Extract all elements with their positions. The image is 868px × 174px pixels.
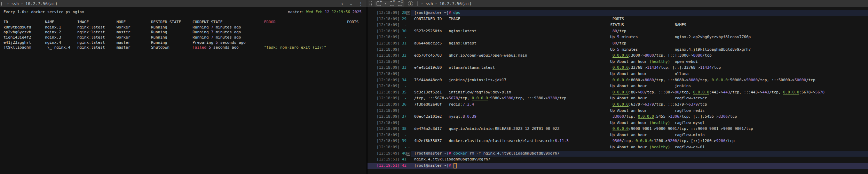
fold-guide-line [408, 53, 408, 59]
fold-guide-line [408, 114, 408, 120]
terminal-line: [12:18:09]-Up About an hourollama [368, 71, 868, 77]
chevron-right-icon[interactable]: › [341, 1, 344, 6]
line-number: - [392, 96, 407, 100]
text-run: 0.0.0.0:8080->8080/tcp, :::8080->8080/tc… [613, 78, 815, 82]
close-tab-icon[interactable]: ✕ [390, 1, 394, 6]
text-run: jt9kllioaghm [3, 45, 31, 49]
chevron-down-icon[interactable]: ⌄ [350, 1, 352, 6]
terminal-line: [12:18:09]367f3bed02e48fredis:7.2.40.0.0… [368, 102, 868, 108]
text-run: master [117, 45, 131, 49]
terminal-line: [12:18:09]-Up About an hourragflow-redis [368, 108, 868, 114]
text-run: a8644b8cc2c5 [414, 41, 442, 45]
terminal-line [0, 15, 366, 20]
line-number: 28 [392, 11, 407, 15]
right-terminal-pane: + ▾ ✕ ○ i ▸ ssh ▸ 10.2.7.56(ai) [12:18:0… [368, 0, 868, 174]
text-run: Running 7 minutes ago [192, 25, 241, 29]
line-number: 31 [392, 41, 407, 45]
text-run: NAMES [675, 23, 686, 27]
text-run: Up About an hour [610, 96, 647, 100]
line-number: 34 [392, 78, 407, 82]
text-run: nginx:latest [77, 41, 105, 44]
tab-bar-separator [417, 1, 418, 6]
new-tab-dropdown-icon[interactable]: ▾ [385, 2, 386, 5]
text-run: IMAGE [77, 20, 89, 24]
text-run: Running [151, 41, 167, 44]
terminal-line: Every 1.0s: docker service ps nginxmaste… [0, 9, 366, 15]
text-run: ed570fc45703 [414, 53, 442, 57]
terminal-line: [12:18:09]309527e25250fanginx:latest80/t… [368, 28, 868, 35]
terminal-line: [12:18:09]-Up About an hour (healthy)rag… [368, 120, 868, 126]
info-icon[interactable]: i [408, 1, 413, 6]
text-run: Up 5 minutes [610, 48, 638, 51]
line-number: - [392, 48, 407, 51]
text-run: 0.0.0.0:9000-9001->9000-9001/tcp, :::900… [613, 127, 753, 131]
text-run: /tcp, :::5678->5678/tcp, 0.0.0.0:9380->9… [414, 96, 566, 100]
text-run: redis:7.2.4 [449, 102, 474, 106]
text-run: 0.0.0.0:6379->6379/tcp, :::6379->6379/tc… [613, 102, 707, 106]
text-run: 75f44bd48ce0 [414, 78, 442, 82]
terminal-line: [12:18:09]-STATUSNAMES [368, 22, 868, 28]
fold-toggle-icon[interactable]: − [407, 152, 410, 156]
line-number: 29 [392, 17, 407, 21]
text-run: Running 7 minutes ago [192, 35, 241, 39]
drag-grip-icon[interactable] [369, 1, 372, 7]
fold-guide-line [408, 90, 408, 96]
terminal-line: [12:18:09]-Up About an hour (healthy)rag… [368, 144, 868, 151]
breadcrumb-host[interactable]: 10.2.7.56(ai) [25, 1, 58, 6]
line-number: - [392, 72, 407, 76]
fold-guide-line [408, 102, 408, 108]
terminal-line: [12:18:09]3475f44bd48ce0jenkins/jenkins:… [368, 77, 868, 84]
text-run: tign143ie4f2 [3, 35, 31, 39]
text-run: Up 5 minutes [610, 35, 638, 39]
text-run: nginx.3 [45, 35, 61, 39]
line-number: 40 [392, 151, 407, 155]
detach-tab-icon[interactable]: ○ [398, 1, 402, 6]
line-number: - [392, 60, 407, 64]
breadcrumb-host[interactable]: 10.2.7.56(ai) [440, 1, 472, 6]
text-run: CONTAINER ID [414, 17, 442, 21]
fold-guide-line [408, 34, 408, 41]
text-run: nginx:latest [77, 25, 105, 29]
text-run: Up About an hour [610, 72, 647, 76]
text-run: e41j23zgghrt [3, 41, 31, 44]
new-tab-icon[interactable]: + [377, 1, 381, 6]
fold-guide-line [408, 65, 408, 71]
terminal-line: tign143ie4f2nginx.3nginx:latestworkerRun… [0, 35, 366, 40]
text-run: ap2vbg6yczvb [3, 30, 31, 34]
breadcrumb-arrow-icon: ▸ [435, 2, 437, 5]
line-number: 30 [392, 29, 407, 33]
pane-grip-handle[interactable] [1, 2, 2, 6]
text-run: CURRENT STATE [192, 20, 222, 24]
text-run: 9527e25250fa [414, 29, 442, 33]
text-run: infiniflow/ragflow:dev-slim [449, 90, 511, 94]
breadcrumb-protocol[interactable]: ssh [11, 1, 19, 6]
text-run: ragflow-minio [675, 133, 705, 137]
text-run: ID [3, 20, 8, 24]
breadcrumb-protocol[interactable]: ssh [426, 1, 433, 6]
text-run: ollama [675, 72, 689, 76]
terminal-line: [12:18:09]-Up 5 minutesnginx.4.jt9kllioa… [368, 47, 868, 53]
more-menu-icon[interactable]: ⋮ [358, 1, 363, 6]
text-run: NODE [117, 20, 126, 24]
fold-guide-line [408, 47, 408, 53]
text-run: ragflow-redis [675, 109, 705, 113]
fold-guide-line [408, 83, 408, 90]
text-run: ollama/ollama:latest [449, 66, 495, 69]
tab-actions: + ▾ ✕ ○ [374, 1, 404, 7]
line-number: 32 [392, 53, 407, 57]
fold-guide-line [408, 77, 408, 84]
fold-toggle-icon[interactable]: − [407, 11, 410, 15]
left-tab-bar: ▸ ssh ▸ 10.2.7.56(ai) › ⌄ ⋮ [0, 0, 366, 7]
text-run: 0.0.0.0:3000->8080/tcp, [::]:3000->8080/… [613, 53, 712, 57]
terminal-line: [12:18:09]-Up About an hourragflow-minio [368, 132, 868, 139]
text-run: master: Wed Feb 12 12:19:56 2025 [288, 10, 362, 14]
line-number: - [392, 121, 407, 125]
text-run: nginx:latest [449, 41, 476, 45]
text-run: 0.0.0.0:32768->11434/tcp, [::]:32768->11… [613, 66, 721, 69]
line-number: - [392, 35, 407, 39]
line-number: 39 [392, 139, 407, 143]
fold-guide-end-icon [408, 157, 410, 160]
text-run: NAME [45, 20, 54, 24]
terminal-line: [12:18:09]3700ec42a101e2mysql:8.0.393306… [368, 114, 868, 120]
text-run: Shutdown [151, 45, 169, 49]
